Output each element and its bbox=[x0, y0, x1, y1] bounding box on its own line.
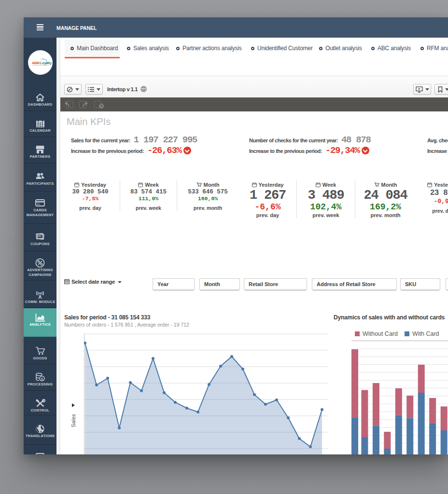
svg-text:Loyalty: Loyalty bbox=[40, 61, 52, 65]
svg-text:ABM: ABM bbox=[32, 61, 40, 65]
svg-text:$: $ bbox=[41, 377, 43, 381]
